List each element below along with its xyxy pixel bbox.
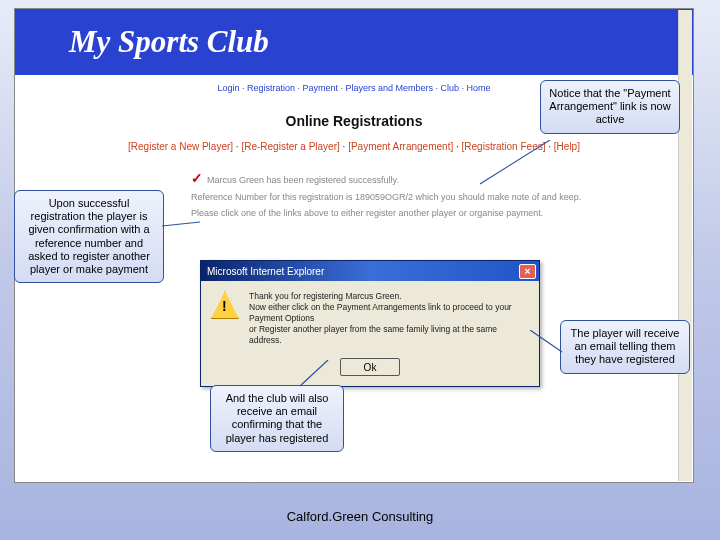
check-icon: ✓ — [191, 168, 203, 189]
ok-button[interactable]: Ok — [340, 358, 400, 376]
callout-confirmation: Upon successful registration the player … — [14, 190, 164, 283]
success-line-1: Marcus Green has been registered success… — [207, 175, 399, 185]
nav-help[interactable]: [Help] — [554, 141, 580, 152]
nav-payment-arrangement[interactable]: [Payment Arrangement] — [348, 141, 453, 152]
scrollbar[interactable] — [678, 10, 692, 481]
alert-dialog: Microsoft Internet Explorer × Thank you … — [200, 260, 540, 387]
callout-player-email: The player will receive an email telling… — [560, 320, 690, 374]
nav-links: [Register a New Player] · [Re-Register a… — [15, 141, 693, 164]
callout-payment-link: Notice that the "Payment Arrangement" li… — [540, 80, 680, 134]
nav-register-new[interactable]: [Register a New Player] — [128, 141, 233, 152]
warning-icon — [211, 291, 239, 319]
dialog-message: Thank you for registering Marcus Green. … — [249, 291, 529, 346]
nav-registration-fees[interactable]: [Registration Fees] — [462, 141, 546, 152]
nav-reregister[interactable]: [Re-Register a Player] — [241, 141, 339, 152]
success-line-2: Reference Number for this registration i… — [191, 191, 653, 205]
close-icon[interactable]: × — [519, 264, 536, 279]
callout-club-email: And the club will also receive an email … — [210, 385, 344, 452]
dialog-title: Microsoft Internet Explorer — [207, 266, 324, 277]
dialog-titlebar: Microsoft Internet Explorer × — [201, 261, 539, 281]
site-header: My Sports Club — [15, 9, 693, 75]
success-line-3: Please click one of the links above to e… — [191, 207, 653, 221]
site-title: My Sports Club — [69, 24, 269, 60]
footer-text: Calford.Green Consulting — [0, 509, 720, 524]
